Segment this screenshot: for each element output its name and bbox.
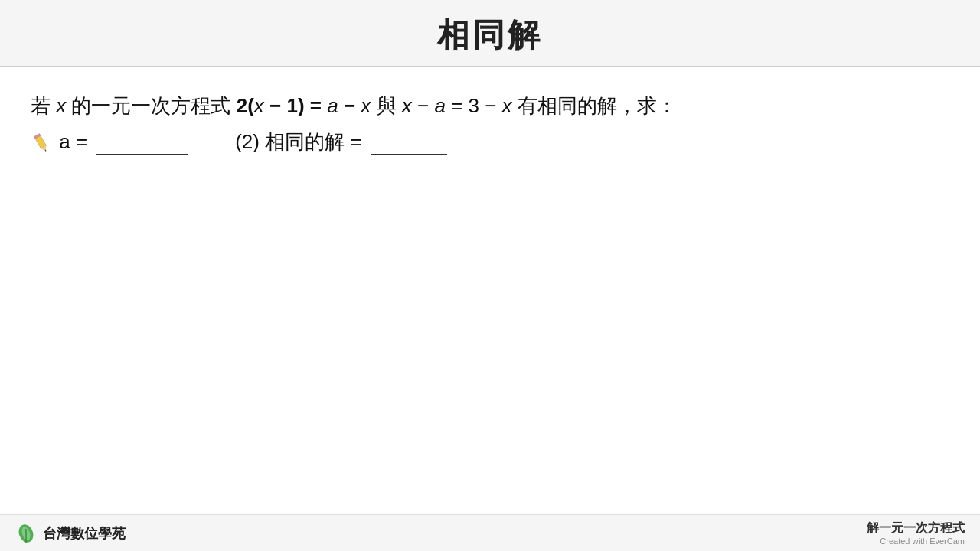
var-a-1: a <box>434 94 445 117</box>
part1-equals: = <box>76 130 93 153</box>
watermark-label: Created with EverCam <box>880 536 965 546</box>
eq1: 2(x − 1) = a − x <box>237 94 371 117</box>
brand-logo-icon <box>15 523 37 544</box>
main-content: 若 x 的一元一次方程式 2(x − 1) = a − x 與 x − a = … <box>0 67 980 520</box>
var-x-3: x <box>502 94 512 117</box>
footer: 台灣數位學苑 解一元一次方程式 Created with EverCam <box>0 514 980 551</box>
course-label: 解一元一次方程式 <box>867 520 965 536</box>
var-x-2: x <box>402 94 412 117</box>
page-title: 相同解 <box>0 14 980 57</box>
pencil-icon <box>31 132 52 154</box>
brand-name: 台灣數位學苑 <box>43 524 126 543</box>
footer-left: 台灣數位學苑 <box>15 523 126 544</box>
part1-var-a: a <box>59 130 70 153</box>
problem-line1: 若 x 的一元一次方程式 2(x − 1) = a − x 與 x − a = … <box>31 89 949 122</box>
footer-right: 解一元一次方程式 Created with EverCam <box>867 520 965 546</box>
part2-label: (2) 相同的解 = <box>235 130 368 153</box>
problem-parts: a = (2) 相同的解 = <box>31 129 949 155</box>
problem-area: 若 x 的一元一次方程式 2(x − 1) = a − x 與 x − a = … <box>0 67 980 520</box>
part2-blank <box>371 154 447 155</box>
part1-blank <box>96 154 188 155</box>
var-x-1: x <box>56 94 66 117</box>
page-header: 相同解 <box>0 0 980 67</box>
